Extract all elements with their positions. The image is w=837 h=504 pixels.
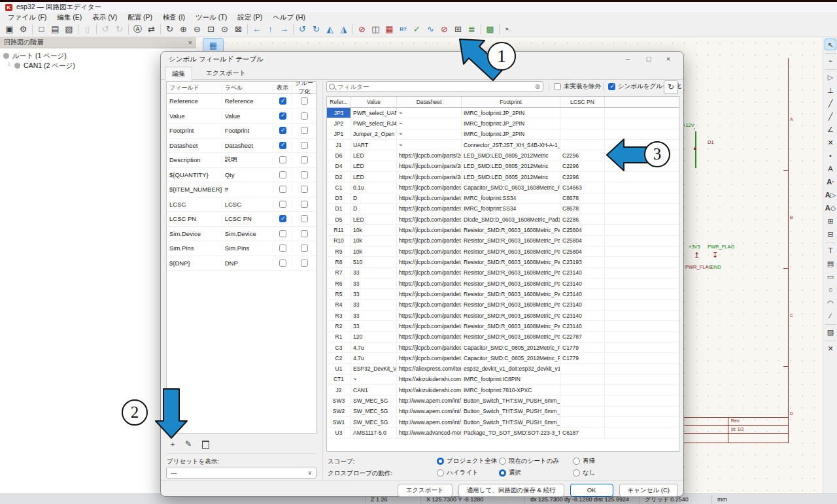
cell-footprint[interactable]: Resistor_SMD:R_0603_1608Metric_Pad0.98x0…	[462, 257, 560, 267]
cell-footprint[interactable]: Capacitor_SMD:C_0805_2012Metric_Pad1.18x	[462, 353, 560, 363]
cell-datasheet[interactable]: https://jlcpcb.com/partdetail	[397, 278, 462, 288]
textbox-tool-icon[interactable]: ▤	[825, 258, 836, 269]
dialog-maximize-button[interactable]: □	[639, 53, 658, 65]
cell-lcsc-pn[interactable]	[560, 364, 605, 374]
cell-value[interactable]: D	[351, 193, 397, 203]
cell-value[interactable]: 10k	[351, 225, 397, 235]
delete-field-button[interactable]	[199, 439, 212, 450]
run-erc-icon[interactable]: ✓	[410, 24, 424, 35]
field-row-Datasheet[interactable]: DatasheetDatasheet	[167, 139, 316, 154]
cell-refer-[interactable]: R2	[327, 321, 351, 331]
cell-datasheet[interactable]: https://jlcpcb.com/partdetail	[397, 193, 462, 203]
cell-datasheet[interactable]: https://jlcpcb.com/partdetail	[397, 225, 462, 235]
cell-refer-[interactable]: D2	[327, 172, 351, 182]
cell-datasheet[interactable]: http://www.apem.com/int/in	[397, 395, 462, 405]
clear-filter-icon[interactable]: ⊗	[532, 83, 543, 90]
add-symbol-tool-icon[interactable]: ▷	[825, 71, 836, 83]
simulator-icon[interactable]: ∿	[424, 24, 437, 35]
cell-lcsc-pn[interactable]	[560, 395, 605, 405]
add-field-button[interactable]: ＋	[166, 439, 179, 450]
cell-value[interactable]: CAN1	[351, 385, 397, 395]
symbol-row-R10[interactable]: R1010khttps://jlcpcb.com/partdetailResis…	[327, 236, 679, 246]
cell-lcsc-pn[interactable]: C2296	[560, 161, 605, 171]
cell-value[interactable]: 33	[351, 311, 397, 320]
show-checkbox[interactable]	[279, 127, 286, 134]
cell-refer-[interactable]: D1	[327, 204, 351, 214]
cell-refer-[interactable]: D3	[327, 193, 351, 203]
group-checkbox[interactable]	[301, 97, 308, 105]
symbol-row-R11[interactable]: R1110khttps://jlcpcb.com/partdetailResis…	[327, 225, 679, 235]
cell-value[interactable]: 4.7u	[351, 353, 397, 363]
cell-lcsc-pn[interactable]	[560, 417, 605, 427]
zoom-in-icon[interactable]: ⊕	[177, 24, 190, 35]
cell-refer-[interactable]: SW2	[327, 407, 351, 416]
cell-footprint[interactable]: Connector_JST:JST_XH_S4B-XH-A-1_1x04_P2.	[462, 140, 560, 150]
mirror-vertical-icon[interactable]: ◮	[337, 24, 350, 35]
cell-value[interactable]: 120	[351, 332, 397, 342]
rotate-ccw-icon[interactable]: ↺	[296, 24, 309, 35]
cell-lcsc-pn[interactable]: C6187	[560, 428, 605, 437]
cell-refer-[interactable]: R4	[327, 300, 351, 310]
cancel-button[interactable]: キャンセル (C)	[619, 484, 678, 497]
cell-lcsc-pn[interactable]: C2296	[560, 150, 605, 160]
circle-tool-icon[interactable]: ○	[825, 284, 836, 295]
export-button[interactable]: エクスポート	[398, 484, 453, 497]
cell-footprint[interactable]: Resistor_SMD:R_0603_1608Metric_Pad0.98x0…	[462, 268, 560, 278]
symbol-row-U1[interactable]: U1ESP32_DevKit_V1_DOIThttps://aliexpress…	[327, 364, 679, 375]
cell-lcsc-pn[interactable]	[560, 108, 605, 118]
cell-datasheet[interactable]: ~	[397, 140, 462, 150]
cell-datasheet[interactable]: https://jlcpcb.com/partdetail	[397, 246, 462, 256]
menu-place[interactable]: 配置 (P)	[122, 13, 158, 22]
field-row-LCSC[interactable]: LCSCLCSC	[167, 197, 316, 212]
cell-value[interactable]: 510	[351, 257, 397, 267]
menu-preferences[interactable]: 設定 (P)	[232, 13, 267, 22]
cell-value[interactable]: Jumper_2_Open	[351, 129, 397, 139]
print-icon[interactable]: ▤	[48, 24, 62, 35]
assign-footprints-icon[interactable]: ▦	[383, 24, 396, 35]
grid-col-value[interactable]: Value	[351, 97, 397, 107]
scope-option-2[interactable]: 再帰	[573, 457, 595, 465]
text-tool-icon[interactable]: T	[825, 244, 836, 256]
cell-footprint[interactable]: Resistor_SMD:R_0603_1608Metric_Pad0.98x0…	[462, 332, 560, 342]
paste-icon[interactable]: ▯	[80, 24, 94, 35]
cell-footprint[interactable]: LED_SMD:LED_0805_2012Metric	[462, 161, 560, 171]
cell-footprint[interactable]: IMRC_footprint:JP_2PIN	[462, 129, 560, 139]
group-checkbox[interactable]	[301, 230, 308, 237]
cell-footprint[interactable]: IMRC_footprint:JP_2PIN	[462, 108, 560, 118]
group-checkbox[interactable]	[301, 142, 308, 149]
open-pcb-editor-icon[interactable]: ▩	[483, 24, 497, 35]
cell-refer-[interactable]: SW3	[327, 395, 351, 405]
exclude-dnp-checkbox[interactable]: 未実装を除外	[554, 82, 601, 91]
rename-field-button[interactable]: ✎	[182, 439, 195, 450]
add-sheet-tool-icon[interactable]: ⊞	[825, 215, 836, 227]
show-checkbox[interactable]	[279, 112, 286, 120]
zoom-fit-page-icon[interactable]: ⊡	[204, 24, 218, 35]
cell-footprint[interactable]: IMRC_footprint:SS34	[462, 193, 560, 203]
cell-value[interactable]: LED	[351, 214, 397, 224]
field-row-Footprint[interactable]: FootprintFootprint	[167, 124, 316, 139]
cell-datasheet[interactable]: https://jlcpcb.com/partdetail	[397, 300, 462, 310]
group-checkbox[interactable]	[301, 244, 308, 252]
arc-tool-icon[interactable]: ◠	[825, 297, 836, 309]
cell-datasheet[interactable]: https://akizukidenshi.com/ca	[397, 385, 462, 395]
cell-refer-[interactable]: C1	[327, 182, 351, 192]
line-tool-icon[interactable]: ∕	[825, 310, 836, 322]
delete-tool-icon[interactable]: ✕	[825, 343, 836, 354]
cell-lcsc-pn[interactable]: C23140	[560, 268, 605, 278]
field-row-Description[interactable]: Description説明	[167, 153, 316, 168]
cell-value[interactable]: D	[351, 204, 397, 214]
cell-refer-[interactable]: R10	[327, 236, 351, 246]
cell-refer-[interactable]: SW1	[327, 417, 351, 427]
crossprobe-option-0[interactable]: ハイライト	[437, 469, 479, 477]
global-label-tool-icon[interactable]: A▷	[825, 189, 836, 201]
symbol-row-C3[interactable]: C34.7uhttps://jlcpcb.com/partdetailCapac…	[327, 343, 679, 353]
spice-netlist-icon[interactable]: ⊘	[437, 24, 451, 35]
mirror-horizontal-icon[interactable]: ◭	[323, 24, 337, 35]
cell-value[interactable]: 4.7u	[351, 343, 397, 352]
cell-value[interactable]: 33	[351, 289, 397, 299]
cell-datasheet[interactable]: https://akizukidenshi.com/ca	[397, 375, 462, 384]
symbol-fields-table-icon[interactable]: ⊞	[451, 24, 465, 35]
symbol-row-U3[interactable]: U3AMS1117-5.0http://www.advanced-monolPa…	[327, 428, 679, 438]
cell-footprint[interactable]: Button_Switch_THT:SW_PUSH_6mm_H4.3mm	[462, 395, 560, 405]
show-checkbox[interactable]	[279, 244, 286, 252]
